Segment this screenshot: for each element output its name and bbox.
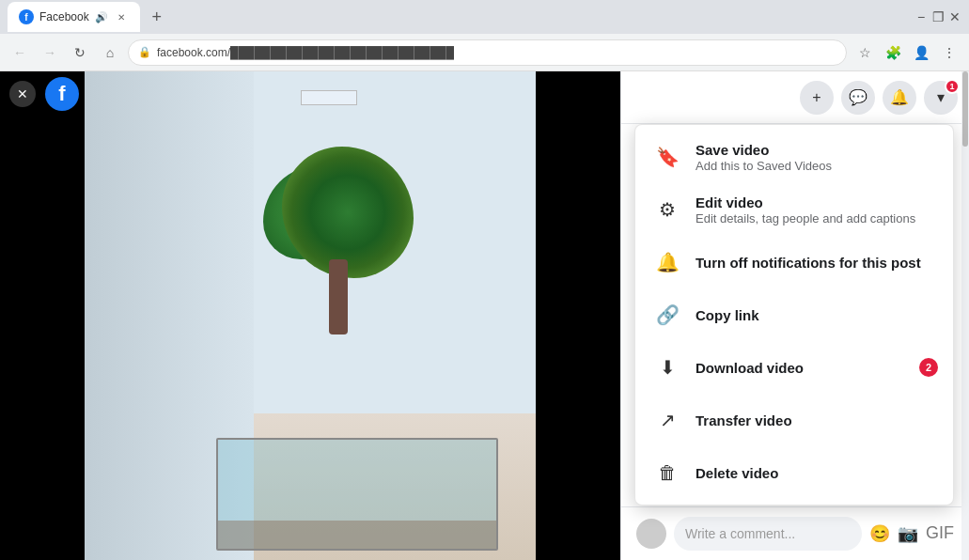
url-text: facebook.com/███████████████████████████… <box>157 46 454 59</box>
aquarium-base <box>218 521 496 549</box>
comment-icons: 😊 📷 GIF <box>869 523 954 544</box>
bell-icon: 🔔 <box>890 88 909 106</box>
toolbar-right: ☆ 🧩 👤 ⋮ <box>852 40 961 65</box>
url-bar[interactable]: 🔒 facebook.com/█████████████████████████… <box>128 39 847 66</box>
room-background <box>85 71 536 560</box>
tab-sound-icon: 🔊 <box>95 11 108 23</box>
minimize-button[interactable]: − <box>914 10 928 23</box>
home-button[interactable]: ⌂ <box>98 40 122 65</box>
transfer-video-text: Transfer video <box>695 412 938 428</box>
aquarium <box>216 438 498 551</box>
edit-video-menu-item[interactable]: ⚙ Edit video Edit details, tag people an… <box>635 183 953 236</box>
turn-off-notifications-title: Turn off notifications for this post <box>695 255 938 271</box>
comment-placeholder: Write a comment... <box>685 526 795 541</box>
transfer-video-title: Transfer video <box>695 412 938 428</box>
comment-input[interactable]: Write a comment... <box>674 517 862 551</box>
copy-link-icon: 🔗 <box>650 298 684 332</box>
bookmark-icon[interactable]: ☆ <box>852 40 877 65</box>
save-video-title: Save video <box>695 142 938 158</box>
address-bar: ← → ↻ ⌂ 🔒 facebook.com/█████████████████… <box>0 34 969 71</box>
gif-button[interactable]: GIF <box>926 523 954 544</box>
delete-video-menu-item[interactable]: 🗑 Delete video <box>635 446 953 499</box>
close-window-button[interactable]: ✕ <box>948 10 961 23</box>
save-video-icon: 🔖 <box>650 140 684 174</box>
refresh-button[interactable]: ↻ <box>68 40 92 65</box>
ceiling-light <box>301 90 357 105</box>
edit-video-icon: ⚙ <box>650 193 684 226</box>
plus-icon: + <box>812 89 821 106</box>
copy-link-menu-item[interactable]: 🔗 Copy link <box>635 288 953 341</box>
download-video-title: Download video <box>695 360 908 376</box>
download-video-icon: ⬇ <box>650 350 684 384</box>
turn-off-notifications-text: Turn off notifications for this post <box>695 255 938 271</box>
profile-icon[interactable]: 👤 <box>909 40 933 65</box>
browser-tab[interactable]: f Facebook 🔊 ✕ <box>8 2 140 32</box>
tab-title: Facebook <box>39 10 89 23</box>
browser-frame: f Facebook 🔊 ✕ + − ❐ ✕ ← → ↻ ⌂ 🔒 faceboo… <box>0 0 969 560</box>
video-panel: ✕ f <box>0 71 620 560</box>
download-video-badge: 2 <box>919 358 938 377</box>
edit-video-text: Edit video Edit details, tag people and … <box>695 194 938 226</box>
commenter-avatar <box>636 519 666 549</box>
edit-video-subtitle: Edit details, tag people and add caption… <box>695 211 938 226</box>
extensions-icon[interactable]: 🧩 <box>881 40 905 65</box>
camera-button[interactable]: 📷 <box>898 523 918 544</box>
messenger-button[interactable]: 💬 <box>841 81 875 115</box>
scrollbar[interactable] <box>961 71 969 560</box>
account-dropdown-button[interactable]: ▾ 1 <box>924 81 958 115</box>
turn-off-notifications-icon: 🔔 <box>650 245 684 279</box>
close-video-button[interactable]: ✕ <box>9 81 36 107</box>
copy-link-text: Copy link <box>695 307 938 323</box>
messenger-icon: 💬 <box>849 88 867 106</box>
right-panel: + 💬 🔔 ▾ 1 was live <box>620 71 969 560</box>
turn-off-notifications-menu-item[interactable]: 🔔 Turn off notifications for this post <box>635 236 953 288</box>
chevron-down-icon: ▾ <box>937 88 945 106</box>
notifications-button[interactable]: 🔔 <box>883 81 916 115</box>
back-button[interactable]: ← <box>8 40 32 65</box>
copy-link-title: Copy link <box>695 307 938 323</box>
save-video-menu-item[interactable]: 🔖 Save video Add this to Saved Videos <box>635 131 953 183</box>
menu-icon[interactable]: ⋮ <box>937 40 961 65</box>
transfer-video-icon: ↗ <box>650 403 684 437</box>
content-area: ✕ f <box>0 71 969 560</box>
video-content <box>85 71 536 560</box>
download-video-menu-item[interactable]: ⬇ Download video 2 <box>635 341 953 394</box>
save-video-text: Save video Add this to Saved Videos <box>695 142 938 173</box>
forward-button[interactable]: → <box>38 40 62 65</box>
facebook-logo: f <box>45 77 79 111</box>
scrollbar-thumb <box>962 71 968 147</box>
edit-video-title: Edit video <box>695 194 938 210</box>
new-tab-button[interactable]: + <box>144 4 170 30</box>
title-bar: f Facebook 🔊 ✕ + − ❐ ✕ <box>0 0 969 34</box>
right-header: + 💬 🔔 ▾ 1 <box>621 71 969 124</box>
create-button[interactable]: + <box>800 81 834 115</box>
transfer-video-menu-item[interactable]: ↗ Transfer video <box>635 394 953 446</box>
fb-logo-circle: f <box>45 77 79 111</box>
restore-button[interactable]: ❐ <box>931 10 945 23</box>
download-video-text: Download video <box>695 360 908 376</box>
tab-close-button[interactable]: ✕ <box>114 9 129 24</box>
dropdown-menu: 🔖 Save video Add this to Saved Videos ⚙ … <box>634 124 954 506</box>
tab-favicon: f <box>19 9 34 24</box>
delete-video-icon: 🗑 <box>650 456 684 490</box>
ssl-icon: 🔒 <box>138 46 151 58</box>
plant-area <box>273 147 423 334</box>
account-badge: 1 <box>945 79 960 94</box>
save-video-subtitle: Add this to Saved Videos <box>695 159 938 173</box>
emoji-button[interactable]: 😊 <box>869 523 890 544</box>
plant-trunk <box>329 259 348 334</box>
delete-video-title: Delete video <box>695 465 938 481</box>
window-controls: − ❐ ✕ <box>914 10 961 23</box>
comment-area: Write a comment... 😊 📷 GIF <box>621 506 969 560</box>
delete-video-text: Delete video <box>695 465 938 481</box>
